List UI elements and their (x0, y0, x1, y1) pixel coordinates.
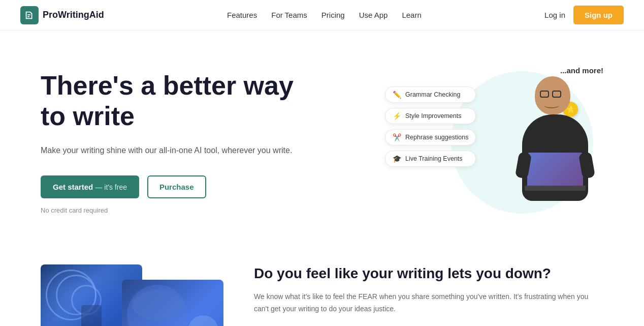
nav-learn[interactable]: Learn (402, 11, 421, 19)
image-front (122, 280, 223, 326)
person-body (522, 114, 588, 201)
pill-grammar: ✏️ Grammar Checking (385, 86, 476, 103)
pill-rephrase: ✂️ Rephrase suggestions (385, 129, 476, 145)
signup-button[interactable]: Sign up (573, 6, 624, 24)
laptop-screen (527, 153, 583, 186)
purchase-button[interactable]: Purchase (147, 175, 206, 198)
hero-section: There's a better way to write Make your … (0, 31, 644, 244)
brand-name: ProWritingAid (43, 10, 104, 20)
nav-links: Features For Teams Pricing Use App Learn (227, 11, 422, 19)
login-button[interactable]: Log in (544, 11, 565, 19)
laptop-display (527, 153, 583, 186)
swirl-1 (56, 275, 96, 315)
logo-icon (20, 6, 39, 24)
get-started-label: Get started (53, 183, 93, 191)
swirl-3 (46, 270, 96, 320)
swirl-2 (71, 285, 102, 315)
grammar-icon: ✏️ (393, 91, 401, 99)
building-silhouette (81, 305, 102, 326)
hero-content: There's a better way to write Make your … (41, 71, 305, 214)
style-label: Style Improvements (405, 112, 461, 120)
person-head (535, 76, 570, 114)
training-icon: 🎓 (393, 155, 401, 163)
grammar-label: Grammar Checking (405, 91, 460, 98)
style-icon: ⚡ (393, 112, 401, 120)
nav-actions: Log in Sign up (544, 6, 624, 24)
feature-pills: ✏️ Grammar Checking ⚡ Style Improvements… (385, 86, 476, 167)
laptop-base (525, 186, 586, 191)
nav-use-app[interactable]: Use App (359, 11, 388, 19)
hero-illustration: ...and more! ⭐ ✏️ Grammar Checking ⚡ Sty… (390, 61, 603, 224)
nav-for-teams[interactable]: For Teams (271, 11, 307, 19)
nav-features[interactable]: Features (227, 11, 257, 19)
nav-pricing[interactable]: Pricing (321, 11, 345, 19)
section2-title: Do you feel like your writing lets you d… (254, 264, 603, 283)
glasses (540, 91, 561, 98)
logo-svg (24, 10, 35, 21)
section2-text: We know what it's like to feel the FEAR … (254, 291, 603, 315)
rephrase-icon: ✂️ (393, 133, 401, 141)
image-stack: My idea in my head (41, 264, 213, 326)
smile (544, 102, 559, 108)
free-label: — it's free (95, 183, 127, 191)
oval-decor (132, 290, 183, 320)
section2-content: Do you feel like your writing lets you d… (254, 264, 603, 315)
pill-training: 🎓 Live Training Events (385, 151, 476, 167)
circle-decor (188, 315, 218, 326)
logo-link[interactable]: ProWritingAid (20, 6, 104, 24)
rephrase-label: Rephrase suggestions (405, 134, 468, 141)
training-label: Live Training Events (405, 155, 463, 162)
hero-title: There's a better way to write (41, 71, 305, 132)
pill-style: ⚡ Style Improvements (385, 108, 476, 124)
and-more-label: ...and more! (560, 66, 603, 75)
navbar: ProWritingAid Features For Teams Pricing… (0, 0, 644, 31)
person-illustration (514, 76, 588, 201)
hero-subtitle: Make your writing shine with our all-in-… (41, 144, 305, 157)
hero-buttons: Get started — it's free Purchase (41, 175, 305, 198)
hero-note: No credit card required (41, 206, 305, 214)
section2: My idea in my head Do you feel like your… (0, 244, 644, 326)
get-started-button[interactable]: Get started — it's free (41, 175, 139, 198)
